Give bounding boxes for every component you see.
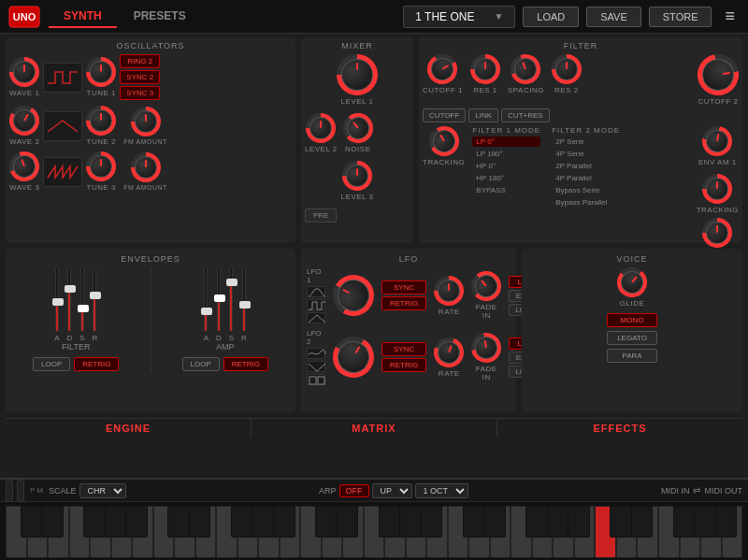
filter2-mode-4pserie[interactable]: 4P Serie [552,149,620,159]
glide-knob[interactable] [611,261,653,303]
filter1-mode-lp180[interactable]: LP 180° [472,149,540,159]
key-cs4[interactable] [463,506,485,538]
lfo2-retrig-button[interactable]: RETRIG [381,358,426,372]
filter1-mode-lp0[interactable]: LP 0° [472,136,540,147]
wave3-knob[interactable] [6,147,44,185]
env1-d-track[interactable] [67,266,71,332]
lfo2-wave3[interactable] [307,374,325,385]
cutoff-button[interactable]: CUTOFF [423,108,466,122]
res2-knob[interactable] [552,54,582,84]
modwheel-slider[interactable] [17,480,24,502]
level1-knob[interactable] [337,54,378,95]
key-ds4[interactable] [483,506,506,538]
arp-direction-select[interactable]: UP [372,483,412,498]
key-ds5[interactable] [631,506,654,538]
lfo2-wave2[interactable] [307,361,325,372]
filter2-mode-4pparallel[interactable]: 4P Parallel [552,173,620,183]
tune2-knob[interactable] [86,106,116,136]
tune3-knob[interactable] [86,151,116,181]
ring2-button[interactable]: RING 2 [120,54,160,68]
key-as1[interactable] [125,506,148,538]
level2-knob[interactable] [306,113,336,143]
key-gs5[interactable] [694,506,716,538]
lfo1-wave2[interactable] [307,299,325,310]
cutoff1-knob[interactable] [423,49,464,90]
env1-retrig-button[interactable]: RETRIG [74,357,119,371]
lfo2-fadein-knob[interactable] [469,330,504,365]
link-button[interactable]: LINK [468,108,498,122]
load-button[interactable]: LOAD [523,7,579,27]
fm1-knob[interactable] [131,107,161,136]
arp-off-button[interactable]: OFF [339,484,369,497]
key-fs3[interactable] [379,506,401,538]
para-button[interactable]: PARA [607,349,657,363]
key-cs5[interactable] [610,506,632,538]
key-as3[interactable] [421,506,443,538]
lfo1-wave1[interactable] [307,286,325,297]
tune1-knob[interactable] [86,57,116,87]
lfo2-sync-button[interactable]: SYNC [381,342,426,356]
key-fs1[interactable] [83,506,106,538]
wave2-knob[interactable] [4,100,45,141]
tab-presets[interactable]: PRESETS [119,6,201,28]
store-button[interactable]: STORE [649,7,712,27]
lfo1-fadein-knob[interactable] [466,265,508,307]
lfo1-wave3[interactable] [307,312,325,323]
menu-button[interactable]: ≡ [719,7,741,26]
env1-r-track[interactable] [93,266,96,332]
key-ds2[interactable] [189,506,211,538]
env1-loop-button[interactable]: LOOP [33,357,70,371]
lfo2-wave1[interactable] [307,348,325,359]
key-cs2[interactable] [167,506,190,538]
filter2-mode-bypassparallel[interactable]: Bypass Parallel [552,197,620,208]
key-as5[interactable] [715,506,738,538]
key-as4[interactable] [568,506,590,538]
key-as2[interactable] [273,506,295,538]
fm2-knob[interactable] [131,152,161,182]
filter1-mode-bypass[interactable]: BYPASS [472,185,540,195]
key-cs1[interactable] [21,506,43,538]
key-gs3[interactable] [399,506,422,538]
noise-knob[interactable] [337,107,379,149]
key-fs5[interactable] [673,506,696,538]
cutres-button[interactable]: CUT+RES [501,108,550,122]
key-fs2[interactable] [231,506,253,538]
wave1-knob[interactable] [9,57,39,87]
env2-retrig-button[interactable]: RETRIG [223,357,268,371]
key-gs2[interactable] [252,506,274,538]
mono-button[interactable]: MONO [607,313,657,327]
lfo1-rate-knob[interactable] [434,276,464,306]
level3-knob[interactable] [342,161,372,191]
tab-engine[interactable]: ENGINE [6,419,252,438]
tracking-knob[interactable] [424,121,465,162]
env2-d-track[interactable] [217,266,221,332]
env2-r-track[interactable] [242,266,246,332]
scale-select[interactable]: CHR [79,483,126,498]
tab-synth[interactable]: SYNTH [49,6,117,28]
tracking2-knob[interactable] [702,174,732,204]
key-gs1[interactable] [105,506,127,538]
cutoff2-knob[interactable] [695,51,742,99]
key-fs4[interactable] [525,506,548,538]
filter1-mode-hp180[interactable]: HP 180° [472,173,540,183]
lfo1-main-knob[interactable] [325,267,381,323]
lfo1-retrig-button[interactable]: RETRIG [381,296,426,310]
filter2-mode-2pparallel[interactable]: 2P Parallel [552,161,620,171]
key-gs4[interactable] [547,506,569,538]
res1-knob[interactable] [470,54,500,84]
key-cs3[interactable] [315,506,338,538]
pitchbend-slider[interactable] [6,480,13,502]
save-button[interactable]: SAVE [586,7,641,27]
env2-a-track[interactable] [204,266,208,332]
legato-button[interactable]: LEGATO [607,331,657,345]
arp-octave-select[interactable]: 1 OCT [415,483,468,498]
lfo2-main-knob[interactable] [325,329,381,385]
key-ds3[interactable] [336,506,358,538]
sync3-button[interactable]: SYNC 3 [120,86,160,100]
tab-effects[interactable]: EFFECTS [497,419,742,438]
preset-name-dropdown[interactable]: 1 THE ONE ▼ [403,6,515,28]
filter2-mode-2pserie[interactable]: 2P Serie [552,136,620,147]
lfo1-sync-button[interactable]: SYNC [381,280,426,294]
spacing-knob[interactable] [507,50,545,88]
lfo2-rate-knob[interactable] [430,333,468,371]
